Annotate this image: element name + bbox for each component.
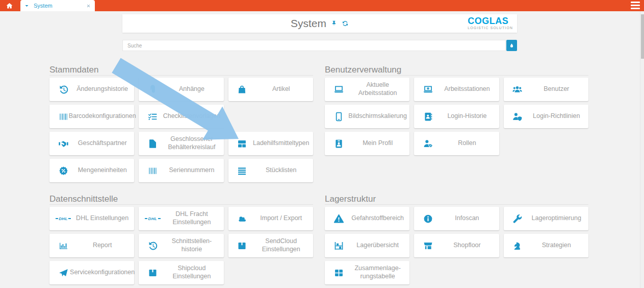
badge-percent-icon [56, 159, 70, 182]
tile-label: Shopfloor [436, 234, 497, 257]
scrollbar[interactable] [640, 11, 644, 288]
tile-zusammenlage-rungstabelle[interactable]: Zusammenlage- rungstabelle [325, 261, 409, 284]
tile-row: BildschirmskalierungLogin-HistorieLogin-… [325, 105, 588, 128]
tile-import-export[interactable]: Import / Export [228, 207, 313, 230]
top-bar: System [0, 0, 644, 11]
tile-barcodekonfigurationen[interactable]: Barcodekonfigurationen [49, 105, 134, 128]
tile-label: DHL Fracht Einstellungen [161, 207, 222, 230]
tile-login-historie[interactable]: Login-Historie [414, 105, 499, 128]
tile-seriennummern[interactable]: Seriennummern [139, 159, 223, 182]
tile-checklistenvorlagen[interactable]: Checklistenvorlagen [139, 105, 223, 128]
tile-shopfloor[interactable]: Shopfloor [414, 234, 499, 257]
tile-label: Bildschirmskalierung [347, 105, 408, 128]
tile-report[interactable]: Report [49, 234, 134, 257]
tile-login-richtlinien[interactable]: Login-Richtlinien [504, 105, 588, 128]
chevron-down-icon[interactable] [24, 4, 29, 8]
eraser-icon [509, 43, 514, 49]
dhl-icon: DHL [56, 207, 70, 230]
user-shield-icon [510, 105, 525, 128]
id-badge-icon [331, 132, 346, 155]
tile-schnittstellen-historie[interactable]: Schnittstellen- historie [139, 234, 223, 257]
tile-ladehilfsmitteltypen[interactable]: Ladehilfsmitteltypen [228, 132, 313, 155]
tile-arbeitsstationen[interactable]: Arbeitsstationen [414, 78, 499, 101]
tile-label: Stücklisten [251, 159, 312, 182]
section-lagerstruktur: LagerstrukturGefahrstoffbereichInfoscanL… [325, 195, 588, 284]
tile-stücklisten[interactable]: Stücklisten [228, 159, 313, 182]
search-clear-button[interactable] [506, 40, 517, 51]
scrollbar-thumb[interactable] [641, 14, 644, 59]
tile-bildschirmskalierung[interactable]: Bildschirmskalierung [325, 105, 409, 128]
box-icon [235, 234, 249, 257]
tile-label: Zusammenlage- rungstabelle [347, 261, 408, 284]
pin-icon[interactable] [330, 20, 338, 27]
tab-close-icon[interactable] [86, 4, 91, 8]
tile-label: Schnittstellen- historie [161, 234, 222, 257]
tile-label: Artikel [251, 78, 312, 101]
tile-label: Änderungshistorie [72, 78, 133, 101]
users-icon [510, 78, 525, 101]
boxes-icon [235, 132, 249, 155]
tile-dhl-einstellungen[interactable]: DHLDHL Einstellungen [49, 207, 134, 230]
tile-row: DHLDHL EinstellungenDHLDHL Fracht Einste… [49, 207, 313, 230]
tile-strategien[interactable]: Strategien [504, 234, 588, 257]
tile-label: Aktuelle Arbeitsstation [347, 78, 408, 101]
tile-änderungshistorie[interactable]: Änderungshistorie [49, 78, 134, 101]
tile-row: Mein ProfilRollen [325, 132, 588, 155]
tile-row: ReportSchnittstellen- historieSendCloud … [49, 234, 313, 257]
tile-label: Shipcloud Einstellungen [161, 261, 222, 284]
info-circle-icon [421, 207, 435, 230]
search-input[interactable] [122, 40, 506, 51]
tile-label: Infoscan [436, 207, 497, 230]
home-button[interactable] [0, 0, 19, 11]
tile-servicekonfigurationen[interactable]: Servicekonfigurationen [49, 261, 134, 284]
tile-rollen[interactable]: Rollen [414, 132, 499, 155]
tile-mengeneinheiten[interactable]: Mengeneinheiten [49, 159, 134, 182]
logo-tagline: LOGISTIC SOLUTION [468, 27, 513, 30]
tile-label: DHL Einstellungen [72, 207, 133, 230]
tile-label: Lagerübersicht [347, 234, 408, 257]
tile-infoscan[interactable]: Infoscan [414, 207, 499, 230]
paperclip-icon [145, 78, 160, 101]
hamburger-menu-icon[interactable] [631, 2, 640, 9]
tile-benutzer[interactable]: Benutzer [504, 78, 588, 101]
section-datenschnittstelle: DatenschnittstelleDHLDHL EinstellungenDH… [49, 195, 313, 284]
tile-artikel[interactable]: Artikel [228, 78, 313, 101]
list-bars-icon [235, 159, 249, 182]
tile-label: Lageroptimierung [526, 207, 587, 230]
tile-geschäftspartner[interactable]: Geschäftspartner [49, 132, 134, 155]
tile-label: Benutzer [526, 78, 587, 101]
tile-label: SendCloud Einstellungen [251, 234, 312, 257]
tile-shipcloud-einstellungen[interactable]: Shipcloud Einstellungen [139, 261, 223, 284]
tile-row: Aktuelle ArbeitsstationArbeitsstationenB… [325, 78, 588, 101]
cloud-icon [235, 207, 249, 230]
tile-mein-profil[interactable]: Mein Profil [325, 132, 409, 155]
tile-geschlossener-behälterkreislauf[interactable]: Geschlossener Behälterkreislauf [139, 132, 223, 155]
barcode-icon [145, 159, 160, 182]
laptop-plus-icon [421, 78, 435, 101]
user-tag-icon [421, 132, 435, 155]
tile-row: GefahrstoffbereichInfoscanLageroptimieru… [325, 207, 588, 230]
tile-lagerübersicht[interactable]: Lagerübersicht [325, 234, 409, 257]
address-book-icon [421, 105, 435, 128]
paper-plane-icon [56, 261, 70, 284]
tab-system[interactable]: System [20, 0, 95, 11]
tile-label: Barcodekonfigurationen [72, 105, 133, 128]
tile-anhänge[interactable]: Anhänge [139, 78, 223, 101]
search-bar [122, 40, 517, 51]
tile-lageroptimierung[interactable]: Lageroptimierung [504, 207, 588, 230]
shopping-bag-icon [235, 78, 249, 101]
tile-gefahrstoffbereich[interactable]: Gefahrstoffbereich [325, 207, 409, 230]
tile-label: Geschäftspartner [72, 132, 133, 155]
warning-triangle-icon [331, 207, 346, 230]
section-stammdaten: StammdatenÄnderungshistorieAnhängeArtike… [49, 65, 313, 182]
tile-aktuelle-arbeitsstation[interactable]: Aktuelle Arbeitsstation [325, 78, 409, 101]
page-title: System [291, 17, 326, 30]
box-icon [145, 261, 160, 284]
refresh-icon[interactable] [342, 20, 349, 27]
tile-label: Strategien [526, 234, 587, 257]
tile-sendcloud-einstellungen[interactable]: SendCloud Einstellungen [228, 234, 313, 257]
tile-row: GeschäftspartnerGeschlossener Behälterkr… [49, 132, 313, 155]
tile-dhl-fracht-einstellungen[interactable]: DHLDHL Fracht Einstellungen [139, 207, 223, 230]
home-icon [6, 2, 13, 10]
tile-row: ServicekonfigurationenShipcloud Einstell… [49, 261, 313, 284]
